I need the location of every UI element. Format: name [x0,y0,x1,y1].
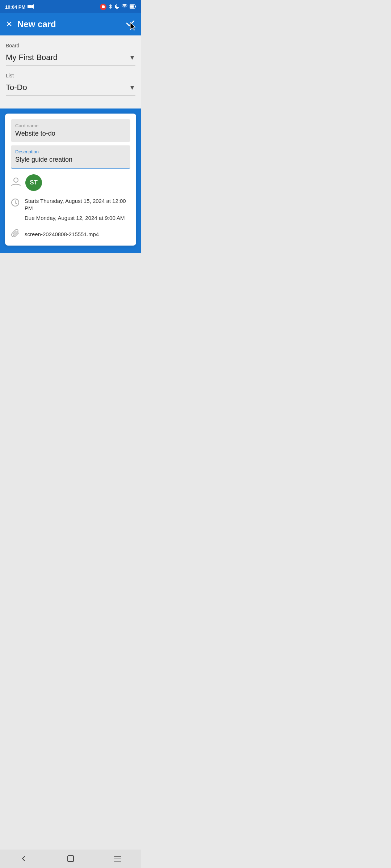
board-dropdown[interactable]: My First Board ▼ [6,51,135,65]
svg-point-5 [14,178,18,182]
status-bar-left: 10:04 PM [5,4,34,10]
card-name-label: Card name [15,123,126,128]
main-content: Board My First Board ▼ List To-Do ▼ Card… [0,35,141,275]
video-camera-icon [28,4,34,10]
bluetooth-icon [109,4,112,10]
attachment-row: screen-20240808-215551.mp4 [11,229,130,240]
members-row: ST [11,174,130,191]
moon-icon [114,4,119,10]
attachment-name: screen-20240808-215551.mp4 [25,231,99,237]
dates-row: Starts Thursday, August 15, 2024 at 12:0… [11,197,130,222]
card-container: Card name Website to-do Description Styl… [5,114,136,246]
list-label: List [6,73,135,78]
card-name-input[interactable]: Website to-do [15,130,126,137]
save-button-area[interactable] [125,18,135,30]
description-input[interactable]: Style guide creation [15,156,126,163]
app-bar-left: ✕ New card [6,19,56,29]
list-dropdown[interactable]: To-Do ▼ [6,81,135,95]
save-button[interactable] [125,18,135,30]
description-field[interactable]: Description Style guide creation [11,145,130,169]
status-bar: 10:04 PM [0,0,141,13]
form-area: Board My First Board ▼ List To-Do ▼ [0,35,141,109]
board-dropdown-arrow: ▼ [129,54,135,61]
avatar: ST [25,174,42,191]
card-name-field[interactable]: Card name Website to-do [11,119,130,142]
list-dropdown-arrow: ▼ [129,84,135,92]
app-bar: ✕ New card [0,13,141,35]
svg-rect-4 [130,5,134,8]
member-icon [11,176,21,189]
list-value: To-Do [6,83,27,92]
battery-icon [130,4,136,10]
blue-section: Card name Website to-do Description Styl… [0,109,141,253]
page-title: New card [17,19,56,29]
svg-marker-1 [31,4,34,9]
dates-info: Starts Thursday, August 15, 2024 at 12:0… [25,197,130,222]
close-button[interactable]: ✕ [6,20,12,28]
record-icon [100,4,106,10]
board-label: Board [6,43,135,48]
description-label: Description [15,149,126,154]
svg-rect-0 [28,5,31,8]
status-bar-right [100,4,136,10]
svg-rect-3 [135,5,136,7]
due-date: Due Monday, August 12, 2024 at 9:00 AM [25,214,130,222]
status-time: 10:04 PM [5,4,25,10]
wifi-icon [122,4,127,10]
clock-icon [11,198,20,209]
svg-line-8 [15,203,17,204]
board-value: My First Board [6,53,58,62]
attachment-icon [11,229,20,240]
avatar-initials: ST [30,179,38,186]
start-date: Starts Thursday, August 15, 2024 at 12:0… [25,197,130,212]
